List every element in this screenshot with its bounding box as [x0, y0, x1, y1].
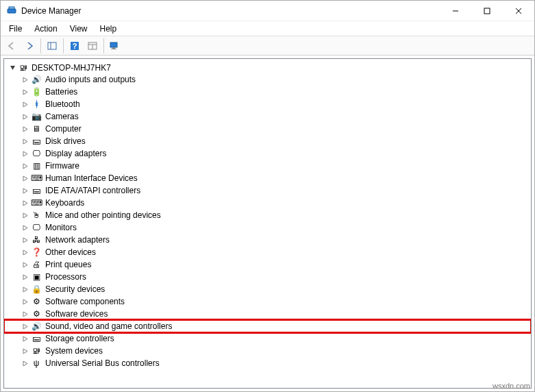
chevron-right-icon[interactable]: [21, 162, 29, 170]
forward-button[interactable]: [21, 38, 38, 54]
chevron-right-icon[interactable]: [21, 186, 29, 195]
audio-icon: 🔊: [31, 74, 42, 85]
tree-node[interactable]: 🖴Disk drives: [4, 135, 531, 147]
mouse-icon: 🖱: [31, 210, 42, 221]
tree-node-label: Human Interface Devices: [44, 172, 138, 184]
disk-icon: 🖴: [31, 136, 42, 147]
chevron-right-icon[interactable]: [21, 248, 29, 256]
tree-node[interactable]: 🖨Print queues: [4, 258, 531, 271]
chevron-right-icon[interactable]: [21, 297, 29, 306]
tree-node[interactable]: 🔊Sound, video and game controllers: [4, 320, 531, 332]
chevron-right-icon[interactable]: [21, 236, 29, 244]
scan-hardware-button[interactable]: [84, 38, 101, 54]
tree-node-label: Software components: [44, 295, 125, 308]
chevron-right-icon[interactable]: [21, 334, 29, 343]
menu-help[interactable]: Help: [95, 23, 123, 34]
tree-node[interactable]: 🖴Storage controllers: [4, 332, 531, 345]
chevron-right-icon[interactable]: [21, 174, 29, 182]
menu-view[interactable]: View: [64, 23, 93, 34]
tree-node[interactable]: 🖴IDE ATA/ATAPI controllers: [4, 184, 531, 197]
usb-icon: ψ: [31, 358, 42, 369]
tree-node[interactable]: ❓Other devices: [4, 246, 531, 258]
device-manager-window: Device Manager File Action View Help ? 🖳: [0, 0, 535, 392]
tree-node[interactable]: 🖵Monitors: [4, 221, 531, 234]
toolbar-separator: [40, 38, 41, 53]
tree-node[interactable]: 📷Cameras: [4, 110, 531, 123]
device-tree[interactable]: 🖳 DESKTOP-MHJ7HK7 🔊Audio inputs and outp…: [3, 58, 532, 389]
tree-node-label: Mice and other pointing devices: [44, 209, 161, 221]
chevron-right-icon[interactable]: [21, 149, 29, 158]
chevron-right-icon[interactable]: [21, 347, 29, 355]
menu-file[interactable]: File: [3, 23, 27, 34]
bluetooth-icon: ᚼ: [31, 99, 42, 110]
close-button[interactable]: [503, 1, 534, 21]
svg-rect-6: [48, 42, 56, 49]
tree-node[interactable]: ⚙Software devices: [4, 308, 531, 320]
chevron-right-icon[interactable]: [21, 260, 29, 269]
show-hide-tree-button[interactable]: [44, 38, 60, 54]
tree-node[interactable]: 🖱Mice and other pointing devices: [4, 209, 531, 221]
security-icon: 🔒: [31, 284, 42, 295]
tree-node[interactable]: ⚙Software components: [4, 295, 531, 308]
tree-node[interactable]: 🔋Batteries: [4, 86, 531, 98]
chevron-right-icon[interactable]: [21, 211, 29, 219]
chevron-right-icon[interactable]: [21, 100, 29, 108]
tree-node[interactable]: ᚼBluetooth: [4, 98, 531, 110]
chevron-right-icon[interactable]: [21, 112, 29, 121]
tree-node[interactable]: ψUniversal Serial Bus controllers: [4, 357, 531, 369]
tree-node[interactable]: 🖧Network adapters: [4, 234, 531, 246]
chevron-right-icon[interactable]: [21, 75, 29, 84]
network-icon: 🖧: [31, 234, 42, 245]
tree-node[interactable]: 🔊Audio inputs and outputs: [4, 73, 531, 86]
chevron-right-icon[interactable]: [21, 273, 29, 281]
tree-node[interactable]: ⌨Human Interface Devices: [4, 172, 531, 184]
chevron-right-icon[interactable]: [21, 285, 29, 293]
swcomp-icon: ⚙: [31, 296, 42, 307]
chevron-right-icon[interactable]: [21, 359, 29, 367]
chevron-right-icon[interactable]: [21, 223, 29, 232]
maximize-button[interactable]: [471, 1, 503, 21]
tree-node-label: Security devices: [44, 283, 105, 295]
tree-node-label: Display adapters: [44, 147, 106, 160]
menu-action[interactable]: Action: [29, 23, 62, 34]
chevron-right-icon[interactable]: [21, 88, 29, 96]
tree-node-label: Network adapters: [44, 234, 110, 246]
chevron-right-icon[interactable]: [21, 310, 29, 318]
system-icon: 🖳: [31, 345, 42, 356]
tree-node-label: Bluetooth: [44, 98, 80, 110]
chevron-down-icon[interactable]: [8, 64, 16, 72]
tree-node[interactable]: 🖳System devices: [4, 345, 531, 357]
chevron-right-icon[interactable]: [21, 199, 29, 207]
tree-node[interactable]: ▣Processors: [4, 271, 531, 283]
ide-icon: 🖴: [31, 185, 42, 196]
toolbar: ?: [1, 36, 534, 56]
svg-rect-0: [8, 9, 16, 13]
firmware-icon: ▥: [31, 160, 42, 171]
tree-node[interactable]: ⌨Keyboards: [4, 197, 531, 209]
svg-rect-14: [112, 47, 115, 49]
window-title: Device Manager: [21, 6, 81, 16]
keyboard-icon: ⌨: [31, 197, 42, 208]
help-button[interactable]: ?: [66, 38, 83, 54]
app-icon: [6, 5, 17, 16]
chevron-right-icon[interactable]: [21, 125, 29, 133]
monitor-icon: 🖵: [31, 222, 42, 233]
tree-node[interactable]: ▥Firmware: [4, 160, 531, 172]
svg-text:?: ?: [73, 42, 77, 50]
tree-node[interactable]: 🖵Display adapters: [4, 147, 531, 160]
devices-button[interactable]: [107, 38, 123, 54]
chevron-right-icon[interactable]: [21, 322, 29, 330]
tree-node-label: Sound, video and game controllers: [44, 320, 172, 332]
tree-node-label: Software devices: [44, 308, 108, 320]
minimize-button[interactable]: [440, 1, 471, 21]
chevron-right-icon[interactable]: [21, 137, 29, 145]
tree-root-label: DESKTOP-MHJ7HK7: [30, 63, 111, 73]
back-button[interactable]: [3, 38, 20, 54]
tree-node[interactable]: 🖥Computer: [4, 123, 531, 135]
tree-node[interactable]: 🔒Security devices: [4, 283, 531, 295]
tree-node-label: Batteries: [44, 86, 77, 98]
tree-node-label: Monitors: [44, 221, 77, 234]
tree-root-row[interactable]: 🖳 DESKTOP-MHJ7HK7: [4, 62, 531, 73]
watermark: wsxdn.com: [493, 382, 530, 390]
svg-rect-1: [9, 7, 14, 9]
